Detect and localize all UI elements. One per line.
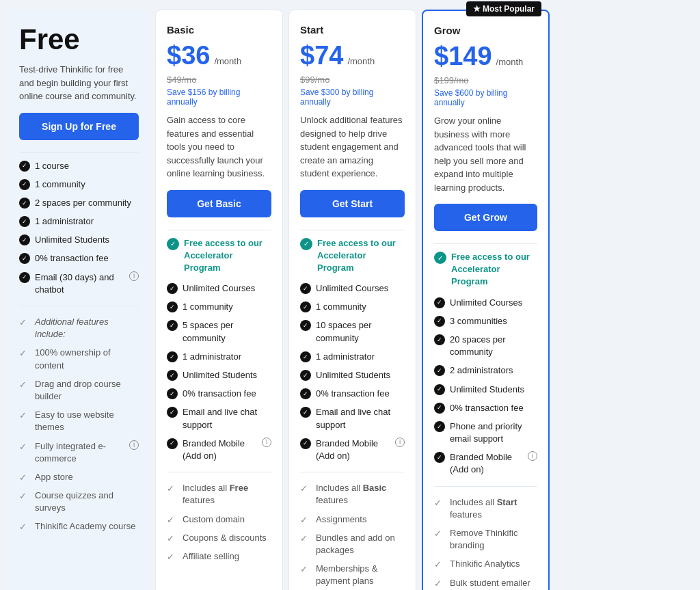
check-icon: ✓ [300, 301, 311, 312]
check-icon: ✓ [300, 407, 311, 418]
free-core-features: ✓ 1 course ✓ 1 community ✓ 2 spaces per … [19, 160, 139, 297]
grow-price: $149 [434, 42, 492, 71]
start-core-features: ✓Unlimited Courses ✓1 community ✓10 spac… [300, 282, 405, 462]
list-item: ✓ Drag and drop course builder [19, 378, 139, 403]
check-icon: ✓ [434, 384, 445, 395]
check-icon: ✓ [434, 316, 445, 327]
check-outline-icon: ✓ [19, 317, 30, 327]
info-icon[interactable]: i [129, 440, 139, 450]
list-item: ✓ Additional features include: [19, 316, 139, 340]
list-item: ✓Remove Thinkific branding [434, 527, 537, 552]
teal-check-icon: ✓ [167, 238, 179, 250]
start-cta-button[interactable]: Get Start [300, 190, 405, 217]
list-item: ✓5 spaces per community [167, 319, 271, 344]
grow-accelerator: ✓ Free access to our Accelerator Program [434, 251, 537, 289]
list-item: ✓Bundles and add on packages [300, 532, 405, 557]
list-item: ✓Assignments [300, 513, 405, 526]
check-icon: ✓ [167, 388, 178, 399]
start-per-month: /month [347, 56, 375, 66]
check-icon: ✓ [434, 452, 445, 463]
list-item: ✓Unlimited Students [167, 369, 271, 381]
grow-price-row: $149 /month $199/mo [434, 42, 537, 85]
check-icon: ✓ [19, 253, 30, 264]
list-item: ✓Branded Mobile (Add on)i [434, 451, 537, 476]
check-icon: ✓ [434, 403, 445, 414]
start-accelerator: ✓ Free access to our Accelerator Program [300, 237, 405, 275]
start-save-text: Save $300 by billing annually [300, 88, 405, 107]
start-original-price: $99/mo [300, 75, 329, 85]
list-item: ✓2 administrators [434, 364, 537, 377]
basic-cta-button[interactable]: Get Basic [167, 190, 271, 217]
check-icon: ✓ [434, 421, 445, 432]
list-item: ✓ Includes all Basic features [300, 482, 405, 507]
grow-plan-desc: Grow your online business with more adva… [434, 114, 537, 194]
list-item: ✓0% transaction fee [167, 388, 271, 400]
free-cta-button[interactable]: Sign Up for Free [19, 113, 139, 140]
check-icon: ✓ [167, 301, 178, 312]
start-price: $74 [300, 41, 343, 70]
free-plan-desc: Test-drive Thinkific for free and begin … [19, 63, 139, 103]
teal-check-icon: ✓ [434, 252, 446, 264]
basic-accelerator: ✓ Free access to our Accelerator Program [167, 237, 271, 275]
list-item: ✓Branded Mobile (Add on)i [167, 438, 271, 462]
basic-accelerator-text: Free access to our Accelerator Program [184, 237, 271, 275]
check-icon: ✓ [434, 365, 445, 376]
grow-cta-button[interactable]: Get Grow [434, 204, 537, 231]
list-item: ✓ Includes all Start features [434, 496, 537, 521]
free-plan-title: Free [19, 23, 139, 56]
grow-accelerator-text: Free access to our Accelerator Program [451, 251, 537, 289]
grow-save-text: Save $600 by billing annually [434, 88, 537, 107]
check-outline-icon: ✓ [300, 563, 311, 574]
check-icon: ✓ [167, 438, 178, 449]
list-item: ✓Unlimited Courses [434, 297, 537, 309]
check-icon: ✓ [434, 297, 445, 308]
list-item: ✓1 community [167, 301, 271, 313]
start-price-row: $74 /month $99/mo [300, 41, 405, 85]
list-item: ✓Memberships & payment plans [300, 563, 405, 587]
list-item: ✓ 100% ownership of content [19, 347, 139, 371]
pricing-grid: Free Test-drive Thinkific for free and b… [0, 0, 700, 590]
basic-extra-features: ✓ Includes all Free features ✓Custom dom… [167, 482, 271, 563]
most-popular-badge: ★ Most Popular [466, 1, 541, 16]
check-outline-icon: ✓ [300, 514, 311, 525]
info-icon[interactable]: i [129, 271, 139, 281]
check-outline-icon: ✓ [167, 483, 178, 494]
check-outline-icon: ✓ [167, 514, 178, 525]
check-icon: ✓ [167, 351, 178, 362]
list-item: ✓ 1 community [19, 178, 139, 191]
list-item: ✓Unlimited Students [300, 369, 405, 381]
basic-original-price: $49/mo [167, 75, 196, 85]
check-icon: ✓ [19, 234, 30, 245]
grow-plan-column: ★ Most Popular Grow $149 /month $199/mo … [422, 10, 550, 590]
start-plan-name: Start [300, 24, 405, 36]
start-accelerator-text: Free access to our Accelerator Program [317, 237, 405, 275]
check-icon: ✓ [167, 370, 178, 381]
list-item: ✓Branded Mobile (Add on)i [300, 438, 405, 462]
check-outline-icon: ✓ [19, 490, 30, 501]
list-item: ✓ Includes all Free features [167, 482, 271, 507]
basic-plan-column: Basic $36 /month $49/mo Save $156 by bil… [155, 10, 283, 590]
list-item: ✓ Thinkific Academy course [19, 520, 139, 533]
list-item: ✓Email and live chat support [300, 406, 405, 431]
basic-save-text: Save $156 by billing annually [167, 88, 271, 107]
info-icon[interactable]: i [528, 451, 537, 461]
check-outline-icon: ✓ [167, 533, 178, 544]
check-icon: ✓ [300, 320, 311, 331]
check-outline-icon: ✓ [19, 521, 30, 532]
basic-per-month: /month [214, 56, 241, 66]
list-item: ✓Unlimited Courses [300, 282, 405, 295]
info-icon[interactable]: i [395, 438, 405, 447]
list-item: ✓ Email (30 days) and chatbot i [19, 271, 139, 296]
check-outline-icon: ✓ [19, 441, 30, 452]
free-plan-column: Free Test-drive Thinkific for free and b… [8, 10, 150, 590]
check-outline-icon: ✓ [434, 528, 445, 539]
check-outline-icon: ✓ [19, 347, 30, 358]
list-item: ✓ Easy to use website themes [19, 409, 139, 433]
start-extra-features: ✓ Includes all Basic features ✓Assignmen… [300, 482, 405, 590]
basic-core-features: ✓Unlimited Courses ✓1 community ✓5 space… [167, 282, 271, 462]
info-icon[interactable]: i [262, 438, 271, 447]
check-outline-icon: ✓ [434, 559, 445, 569]
list-item: ✓ 0% transaction fee [19, 252, 139, 265]
check-icon: ✓ [19, 161, 30, 172]
grow-per-month: /month [496, 57, 524, 67]
